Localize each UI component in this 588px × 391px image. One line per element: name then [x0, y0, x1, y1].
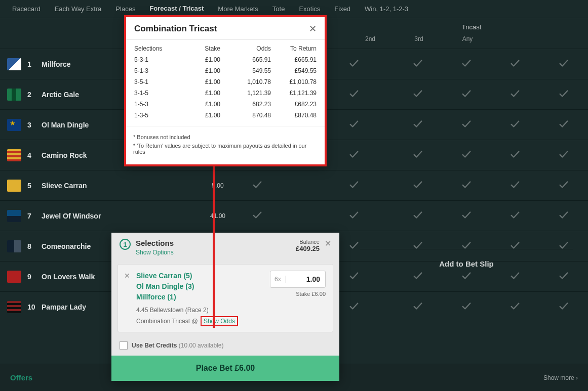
popup-row: 1-5-3£1.00682.23£682.23 [132, 99, 319, 110]
betslip-close-icon[interactable]: ✕ [325, 239, 331, 248]
popup-row: 1-3-5£1.00870.48£870.48 [132, 110, 319, 121]
bet-card: ✕ Slieve Carran (5) Ol Man Dingle (3) Mi… [117, 264, 333, 332]
selection-check[interactable] [539, 118, 588, 132]
selection-check[interactable] [491, 58, 539, 71]
selection-check[interactable] [442, 209, 491, 223]
tab-win-1-2-1-2-3[interactable]: Win, 1-2, 1-2-3 [358, 1, 415, 17]
balance-value: £409.25 [296, 245, 320, 252]
selection-check[interactable] [394, 300, 442, 314]
tab-tote[interactable]: Tote [265, 1, 292, 17]
horse-number: 3 [27, 121, 37, 129]
selection-check[interactable] [539, 209, 588, 223]
bet-credits-checkbox[interactable] [120, 341, 128, 350]
horse-number: 4 [27, 151, 37, 159]
silk-icon [7, 180, 21, 192]
selection-check[interactable] [330, 88, 378, 101]
horse-name[interactable]: Ol Man Dingle [42, 121, 89, 129]
selection-check[interactable] [491, 88, 539, 101]
selection-check[interactable] [442, 88, 491, 101]
add-to-bet-slip-button[interactable]: Add to Bet Slip [360, 249, 573, 278]
selection-check[interactable] [539, 149, 588, 162]
silk-icon [7, 301, 21, 313]
popup-table-header: Selections Stake Odds To Return [132, 43, 319, 54]
show-more-link[interactable]: Show more › [543, 374, 578, 381]
popup-row: 3-5-1£1.001,010.78£1,010.78 [132, 76, 319, 88]
stake-total-label: Stake £6.00 [270, 291, 326, 297]
selection-check[interactable] [442, 118, 491, 132]
popup-title: Combination Tricast [134, 24, 217, 34]
selection-check[interactable] [442, 300, 491, 314]
selection-check[interactable] [442, 149, 491, 162]
stake-input[interactable]: 6x 1.00 [270, 271, 326, 288]
selection-1: Slieve Carran (5) [136, 271, 238, 281]
selection-check[interactable] [330, 149, 378, 162]
selection-check[interactable] [491, 118, 539, 132]
bet-credits-available: (10.00 available) [179, 342, 224, 349]
selection-check[interactable] [491, 209, 539, 223]
tab-places[interactable]: Places [108, 1, 142, 17]
show-odds-link[interactable]: Show Odds [201, 316, 238, 326]
popup-footnotes: * Bonuses not included * 'To Return' val… [126, 126, 325, 164]
selection-check[interactable] [539, 58, 588, 71]
col-any-2: Any [443, 35, 492, 42]
popup-row: 5-1-3£1.00549.55£549.55 [132, 65, 319, 76]
tab-racecard[interactable]: Racecard [5, 1, 48, 17]
selection-check[interactable] [442, 179, 491, 192]
offers-label[interactable]: Offers [10, 373, 32, 382]
horse-odds: 41.00 [203, 212, 233, 220]
selection-check[interactable] [491, 300, 539, 314]
selection-check[interactable] [394, 209, 442, 223]
selection-check[interactable] [233, 209, 282, 223]
horse-row: 7Jewel Of Windsor41.00 [0, 200, 588, 231]
stake-multiplier: 6x [270, 276, 286, 283]
selections-count-badge: 1 [120, 239, 131, 250]
horse-number: 8 [27, 242, 37, 250]
selection-check[interactable] [330, 58, 378, 71]
tab-more-markets[interactable]: More Markets [211, 1, 265, 17]
selection-check[interactable] [330, 209, 378, 223]
horse-name[interactable]: Slieve Carran [42, 182, 87, 190]
combination-tricast-popup: Combination Tricast ✕ Selections Stake O… [124, 15, 327, 166]
horse-name[interactable]: Jewel Of Windsor [42, 212, 101, 220]
tab-fixed[interactable]: Fixed [327, 1, 358, 17]
place-bet-button[interactable]: Place Bet £6.00 [111, 356, 339, 381]
selections-title: Selections [136, 239, 174, 247]
selection-check[interactable] [394, 149, 442, 162]
horse-number: 9 [27, 273, 37, 281]
selection-check[interactable] [491, 179, 539, 192]
col-3rd: 3rd [395, 35, 443, 42]
selection-check[interactable] [539, 300, 588, 314]
horse-name[interactable]: Pampar Lady [42, 303, 86, 311]
selection-check[interactable] [394, 118, 442, 132]
silk-icon [7, 240, 21, 252]
remove-selection-icon[interactable]: ✕ [124, 272, 130, 280]
selection-check[interactable] [394, 88, 442, 101]
horse-name[interactable]: Camino Rock [42, 151, 87, 159]
selection-check[interactable] [539, 179, 588, 192]
selection-check[interactable] [539, 88, 588, 101]
horse-name[interactable]: Millforce [42, 60, 71, 68]
horse-name[interactable]: Comeonarchie [42, 242, 91, 250]
selection-check[interactable] [330, 118, 378, 132]
popup-row: 3-1-5£1.001,121.39£1,121.39 [132, 88, 319, 99]
horse-row: 5Slieve Carran5.00 [0, 170, 588, 200]
bet-type: Combination Tricast @ [136, 318, 198, 325]
tab-each-way-extra[interactable]: Each Way Extra [48, 1, 109, 17]
silk-icon [7, 210, 21, 222]
selection-check[interactable] [330, 179, 378, 192]
horse-number: 7 [27, 212, 37, 220]
selection-3: Millforce (1) [136, 292, 238, 302]
horse-name[interactable]: On Lovers Walk [42, 273, 95, 281]
selection-check[interactable] [394, 179, 442, 192]
close-icon[interactable]: ✕ [309, 23, 317, 34]
horse-number: 2 [27, 91, 37, 99]
selection-check[interactable] [442, 58, 491, 71]
horse-name[interactable]: Arctic Gale [42, 91, 79, 99]
silk-icon [7, 271, 21, 283]
selection-check[interactable] [233, 179, 282, 192]
tab-exotics[interactable]: Exotics [292, 1, 327, 17]
selection-check[interactable] [394, 58, 442, 71]
selection-check[interactable] [491, 149, 539, 162]
show-options-link[interactable]: Show Options [136, 249, 174, 256]
horse-number: 1 [27, 60, 37, 68]
